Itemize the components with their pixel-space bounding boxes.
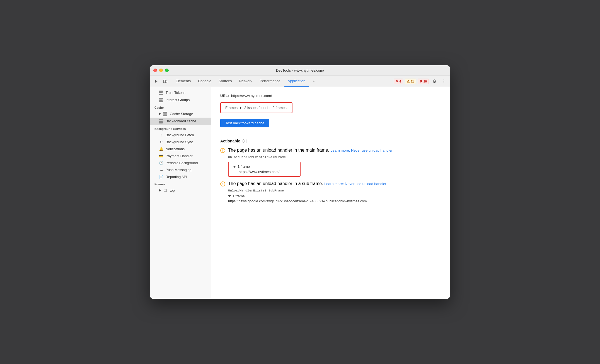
issue-row-1: ! The page has an unload handler in the … (220, 148, 441, 153)
more-options-button[interactable]: ⋮ (440, 77, 448, 85)
toolbar-right: ✕ 4 ⚠ 31 ⚑ 18 ⚙ ⋮ (394, 77, 448, 85)
close-button[interactable] (153, 69, 157, 72)
warning-count: 31 (411, 80, 414, 83)
backforward-cache-icon (159, 119, 163, 123)
issue-1-content: The page has an unload handler in the ma… (228, 148, 393, 153)
cache-storage-arrow (159, 112, 161, 116)
sidebar-item-label: Trust Tokens (166, 91, 185, 95)
sidebar-item-reporting-api[interactable]: 📄 Reporting API (150, 173, 211, 180)
cache-storage-icon (163, 112, 168, 116)
periodic-bg-icon: 🕐 (159, 161, 163, 165)
main-panel: URL: https://www.nytimes.com/ Frames ▶ 2… (211, 87, 450, 299)
tab-bar: Elements Console Sources Network Perform… (172, 76, 393, 87)
sidebar-item-payment-handler[interactable]: 💳 Payment Handler (150, 152, 211, 159)
frames-label: Frames (225, 106, 238, 110)
trust-tokens-icon (159, 91, 163, 95)
url-value: https://www.nytimes.com/ (231, 94, 272, 98)
sidebar-item-label: Reporting API (166, 175, 187, 179)
sidebar-item-label: Background Sync (166, 140, 193, 144)
error-icon: ✕ (396, 79, 398, 83)
bg-fetch-icon: ↕ (159, 133, 163, 137)
sidebar-item-periodic-bg[interactable]: 🕐 Periodic Background (150, 159, 211, 166)
frame-1-count: 1 frame (238, 164, 250, 169)
issue-badge[interactable]: ⚑ 18 (418, 79, 429, 84)
section-divider (220, 134, 441, 134)
sidebar-item-cache-storage[interactable]: Cache Storage (150, 110, 211, 118)
devtools-window: DevTools - www.nytimes.com/ Elements Con… (150, 65, 450, 299)
sidebar-frames-section: Frames (150, 180, 211, 187)
issue-1-code: UnloadHandlerExistsInMainFrame (228, 155, 441, 159)
sidebar-item-push-messaging[interactable]: ☁ Push Messaging (150, 166, 211, 173)
frame-box-1: 1 frame https://www.nytimes.com/ (228, 162, 301, 177)
device-toggle-icon[interactable] (161, 77, 169, 85)
top-frame-icon: ☐ (163, 188, 168, 193)
issue-2-link[interactable]: Learn more: Never use unload handler (324, 182, 386, 186)
issue-2-content: The page has an unload handler in a sub … (228, 181, 386, 186)
toolbar-left-icons (152, 77, 169, 85)
sidebar-item-trust-tokens[interactable]: Trust Tokens (150, 89, 211, 96)
sidebar-item-bg-sync[interactable]: ↻ Background Sync (150, 139, 211, 145)
bg-sync-icon: ↻ (159, 140, 163, 144)
error-badge[interactable]: ✕ 4 (394, 79, 403, 84)
sidebar-item-label: Cache Storage (170, 112, 193, 116)
sidebar-item-label: Interest Groups (166, 98, 190, 102)
sidebar-item-label: Periodic Background (166, 161, 198, 165)
issue-2-text: The page has an unload handler in a sub … (228, 181, 323, 186)
window-title: DevTools - www.nytimes.com/ (276, 68, 324, 72)
issue-2-code: UnloadHandlerExistsInSubFrame (228, 189, 441, 192)
frames-issues-box[interactable]: Frames ▶ 2 issues found in 2 frames. (220, 102, 292, 113)
sidebar-item-label: Push Messaging (166, 168, 191, 172)
traffic-lights (153, 69, 169, 72)
payment-handler-icon: 💳 (159, 154, 163, 158)
frames-expand-arrow: ▶ (240, 106, 242, 109)
frame-count-row-2: 1 frame (228, 194, 441, 198)
minimize-button[interactable] (159, 69, 163, 72)
titlebar: DevTools - www.nytimes.com/ (150, 65, 450, 76)
sidebar-item-label: Background Fetch (166, 133, 194, 137)
issue-row-2: ! The page has an unload handler in a su… (220, 181, 441, 186)
help-icon[interactable]: ? (243, 139, 247, 143)
tab-console[interactable]: Console (195, 76, 215, 87)
warning-badge[interactable]: ⚠ 31 (405, 79, 416, 84)
error-count: 4 (399, 80, 401, 83)
url-row: URL: https://www.nytimes.com/ (220, 94, 441, 98)
frame-count-row-1: 1 frame (233, 164, 296, 169)
notifications-icon: 🔔 (159, 147, 163, 151)
sidebar-bg-section: Background Services (150, 125, 211, 132)
tab-application[interactable]: Application (284, 76, 309, 87)
tab-sources[interactable]: Sources (215, 76, 235, 87)
warning-icon: ⚠ (407, 79, 410, 83)
warning-icon-2: ! (220, 181, 225, 186)
sidebar-item-label: Payment Handler (166, 154, 193, 158)
actionable-header: Actionable ? (220, 139, 441, 143)
push-messaging-icon: ☁ (159, 168, 163, 172)
tab-performance[interactable]: Performance (256, 76, 284, 87)
settings-button[interactable]: ⚙ (430, 77, 438, 85)
test-cache-button[interactable]: Test back/forward cache (220, 119, 269, 127)
sidebar-item-interest-groups[interactable]: Interest Groups (150, 96, 211, 104)
sidebar-item-bg-fetch[interactable]: ↕ Background Fetch (150, 132, 211, 139)
toolbar: Elements Console Sources Network Perform… (150, 76, 450, 87)
svg-rect-0 (163, 80, 166, 83)
issue-1-text: The page has an unload handler in the ma… (228, 148, 329, 152)
main-content: Trust Tokens Interest Groups Cache Cache… (150, 87, 450, 299)
tab-elements[interactable]: Elements (172, 76, 194, 87)
tab-more[interactable]: » (309, 76, 318, 87)
actionable-label: Actionable (220, 139, 240, 143)
sidebar-cache-section: Cache (150, 104, 211, 110)
issue-icon: ⚑ (420, 79, 423, 83)
interest-groups-icon (159, 98, 163, 102)
cursor-icon[interactable] (152, 77, 160, 85)
sidebar-item-top[interactable]: ☐ top (150, 187, 211, 194)
warning-icon-1: ! (220, 148, 225, 153)
maximize-button[interactable] (165, 69, 169, 72)
tab-network[interactable]: Network (236, 76, 256, 87)
top-arrow (159, 189, 161, 192)
sidebar-item-backforward-cache[interactable]: Back/forward cache (150, 118, 211, 125)
frame-1-url: https://www.nytimes.com/ (233, 170, 296, 174)
sidebar: Trust Tokens Interest Groups Cache Cache… (150, 87, 211, 299)
sidebar-item-label: Notifications (166, 147, 185, 151)
frame-2-count: 1 frame (233, 194, 245, 198)
issue-1-link[interactable]: Learn more: Never use unload handler (330, 148, 393, 152)
sidebar-item-notifications[interactable]: 🔔 Notifications (150, 145, 211, 152)
